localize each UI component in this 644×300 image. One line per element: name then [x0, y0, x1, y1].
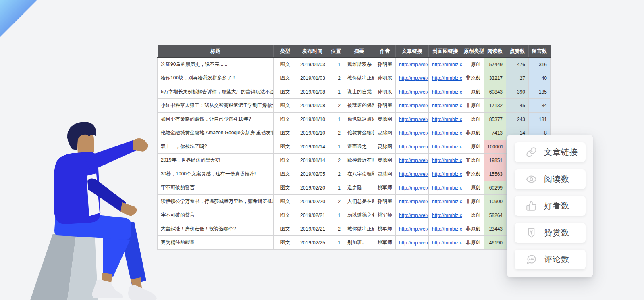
- cell-publish-date: 2019/01/03: [297, 71, 328, 85]
- cover-link[interactable]: http://mmbiz.c: [432, 185, 462, 191]
- table-row: 2019年，世界经济的黑天鹅图文2019/01/142欧神最近在吐灵脉网http…: [158, 154, 551, 167]
- cell-publish-date: 2019/01/10: [297, 126, 328, 140]
- article-link[interactable]: http://mp.weix: [399, 117, 429, 122]
- cell-original-type: 非原创: [462, 195, 484, 208]
- cell-original-type: 非原创: [462, 167, 484, 181]
- article-link[interactable]: http://mp.weix: [399, 75, 429, 81]
- popup-option-label: 赞赏数: [544, 227, 569, 238]
- article-link[interactable]: http://mp.weix: [399, 212, 429, 218]
- cell-publish-date: 2019/01/10: [297, 112, 328, 126]
- column-header-type: 类型: [274, 45, 297, 58]
- cell-position: 1: [328, 181, 344, 195]
- cover-link[interactable]: http://mmbiz.c: [432, 117, 462, 122]
- cell-author: 桃军师: [374, 208, 396, 222]
- article-link[interactable]: http://mp.weix: [399, 240, 429, 246]
- cell-cover-link: http://mmbiz.c: [429, 154, 462, 167]
- cell-position: 1: [328, 112, 344, 126]
- cover-link[interactable]: http://mmbiz.c: [432, 158, 462, 163]
- cover-link[interactable]: http://mmbiz.c: [432, 240, 462, 246]
- cell-original-type: 非原创: [462, 222, 484, 236]
- cell-type: 图文: [274, 85, 297, 99]
- cell-summary: 被玩坏的保险: [344, 99, 374, 112]
- popup-option-label: 阅读数: [544, 174, 569, 185]
- cell-comment-count: 316: [529, 58, 551, 71]
- cell-author: 孙明展: [374, 71, 396, 85]
- article-link[interactable]: http://mp.weix: [399, 130, 429, 136]
- cover-link[interactable]: http://mmbiz.c: [432, 103, 462, 108]
- cell-author: 桃军师: [374, 236, 396, 250]
- popup-option-article-link[interactable]: 文章链接: [515, 142, 586, 162]
- cover-link[interactable]: http://mmbiz.c: [432, 89, 462, 95]
- table-row: 伦敦金融城黄金腹地 Amazon Google旁新房 重磅发售图文2019/01…: [158, 126, 551, 140]
- article-link[interactable]: http://mp.weix: [399, 226, 429, 232]
- article-link[interactable]: http://mp.weix: [399, 171, 429, 177]
- cell-article-link: http://mp.weix: [396, 85, 429, 99]
- link-icon: [526, 147, 537, 158]
- article-link[interactable]: http://mp.weix: [399, 185, 429, 191]
- article-link[interactable]: http://mp.weix: [399, 144, 429, 150]
- cell-summary: 教你做出正确: [344, 71, 374, 85]
- popup-option-comment-count[interactable]: 评论数: [515, 250, 586, 269]
- cell-author: 灵脉网: [374, 154, 396, 167]
- cover-link[interactable]: http://mmbiz.c: [432, 171, 462, 177]
- table-row: 这届90后的黑历史，说不完......图文2019/01/031戴维斯双杀孙明展…: [158, 58, 551, 71]
- popup-option-reward-count[interactable]: 赞赏数: [515, 223, 586, 243]
- cover-link[interactable]: http://mmbiz.c: [432, 75, 462, 81]
- cover-link[interactable]: http://mmbiz.c: [432, 62, 462, 67]
- cell-author: 桃军师: [374, 181, 396, 195]
- cell-comment-count: 181: [529, 112, 551, 126]
- cell-cover-link: http://mmbiz.c: [429, 71, 462, 85]
- column-header-publish-date: 发布时间: [297, 45, 328, 58]
- cell-like-count: 27: [506, 71, 529, 85]
- article-link[interactable]: http://mp.weix: [399, 103, 429, 108]
- cell-like-count: 45: [506, 99, 529, 112]
- cell-author: 孙明展: [374, 58, 396, 71]
- cell-type: 图文: [274, 195, 297, 208]
- article-link[interactable]: http://mp.weix: [399, 62, 429, 67]
- cell-title: 给你100块，别再给我发拼多多了！: [158, 71, 274, 85]
- cell-author: 灵脉网: [374, 140, 396, 154]
- table-row: 5万字增长案例拆解告诉你，那些大厂的营销玩法不过如此图文2019/01/081谋…: [158, 85, 551, 99]
- cell-cover-link: http://mmbiz.c: [429, 195, 462, 208]
- cell-publish-date: 2019/02/20: [297, 181, 328, 195]
- cell-type: 图文: [274, 181, 297, 195]
- cell-comment-count: 185: [529, 85, 551, 99]
- cell-summary: 道之隐: [344, 181, 374, 195]
- cell-article-link: http://mp.weix: [396, 167, 429, 181]
- article-link[interactable]: http://mp.weix: [399, 89, 429, 95]
- cell-type: 图文: [274, 58, 297, 71]
- popup-option-label: 评论数: [544, 254, 569, 265]
- cell-title: 双十一，你被坑了吗?: [158, 140, 274, 154]
- eye-icon: [526, 174, 537, 185]
- cell-title: 伦敦金融城黄金腹地 Amazon Google旁新房 重磅发售: [158, 126, 274, 140]
- cell-article-link: http://mp.weix: [396, 140, 429, 154]
- cell-title: 如何更有策略的赚钱，让自己少奋斗10年?: [158, 112, 274, 126]
- cover-link[interactable]: http://mmbiz.c: [432, 226, 462, 232]
- cell-author: 孙明展: [374, 195, 396, 208]
- cell-original-type: 非原创: [462, 236, 484, 250]
- article-link[interactable]: http://mp.weix: [399, 199, 429, 204]
- cell-position: 1: [328, 58, 344, 71]
- cell-read-count: 85377: [484, 112, 506, 126]
- cover-link[interactable]: http://mmbiz.c: [432, 130, 462, 136]
- cell-comment-count: 34: [529, 99, 551, 112]
- article-link[interactable]: http://mp.weix: [399, 158, 429, 163]
- cell-summary: 戴维斯双杀: [344, 58, 374, 71]
- export-options-popup: 文章链接阅读数好看数赞赏数评论数: [507, 135, 593, 277]
- cover-link[interactable]: http://mmbiz.c: [432, 144, 462, 150]
- cell-title: 读伊顿公学万卷书，行温莎城堡万里路，赚希斯罗机场: [158, 195, 274, 208]
- cover-link[interactable]: http://mmbiz.c: [432, 212, 462, 218]
- cover-link[interactable]: http://mmbiz.c: [432, 199, 462, 204]
- cell-publish-date: 2019/02/21: [297, 208, 328, 222]
- cell-read-count: 100001: [484, 140, 506, 154]
- cell-publish-date: 2019/01/14: [297, 154, 328, 167]
- popup-option-read-count[interactable]: 阅读数: [515, 169, 586, 189]
- cell-position: 1: [328, 85, 344, 99]
- column-header-author: 作者: [374, 45, 396, 58]
- cell-summary: 欧神最近在吐: [344, 154, 374, 167]
- cell-publish-date: 2019/01/08: [297, 85, 328, 99]
- popup-option-like-count[interactable]: 好看数: [515, 196, 586, 216]
- table-row: 读伊顿公学万卷书，行温莎城堡万里路，赚希斯罗机场图文2019/02/202人们总…: [158, 195, 551, 208]
- cell-original-type: 原创: [462, 181, 484, 195]
- cell-read-count: 7413: [484, 126, 506, 140]
